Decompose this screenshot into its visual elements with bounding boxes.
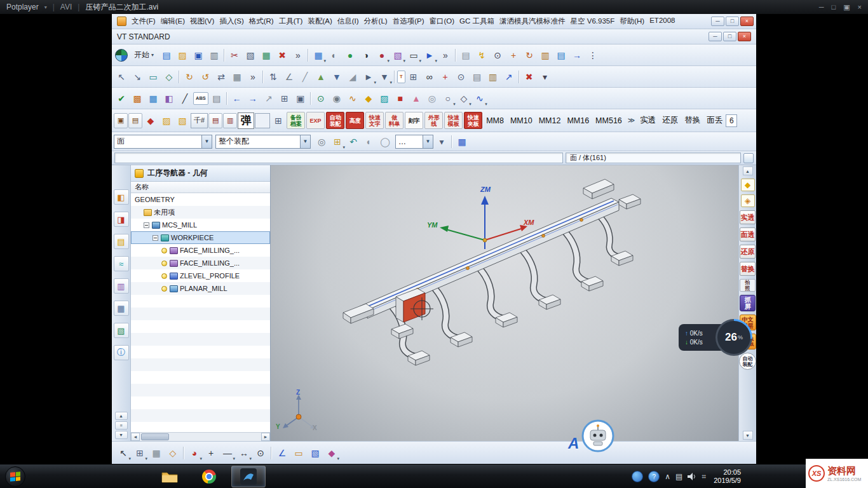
pattern-icon[interactable]: ▦: [229, 69, 245, 85]
volume-icon[interactable]: [688, 473, 696, 480]
chevron-down-icon[interactable]: ▼: [300, 135, 310, 148]
bom-button[interactable]: 做料单: [385, 112, 403, 129]
spline-icon[interactable]: ∿▾: [472, 91, 487, 106]
count-box[interactable]: 6: [726, 114, 737, 127]
document-window-button[interactable]: ×: [738, 32, 751, 41]
titlebar-window-button[interactable]: ×: [858, 3, 862, 11]
open-file-icon[interactable]: ▨: [175, 48, 190, 63]
solid-transparent-button[interactable]: 实透: [740, 210, 756, 224]
scrollbar-thumb[interactable]: [141, 433, 169, 440]
material-icon[interactable]: ●▾: [374, 48, 390, 63]
sheet-icon[interactable]: ▤: [458, 48, 473, 63]
box-tool-icon[interactable]: ▭: [291, 445, 306, 461]
add-icon[interactable]: +: [438, 69, 453, 85]
back-arrow-icon[interactable]: ←: [229, 91, 245, 106]
red-cube-icon[interactable]: ■: [393, 91, 408, 106]
tree-item--[interactable]: 未用项: [131, 206, 270, 219]
shaded-view-icon[interactable]: ◐: [327, 48, 342, 63]
view-arrow-icon[interactable]: ►▾: [422, 48, 437, 63]
snap-target-icon[interactable]: ↘: [130, 69, 145, 85]
menu-item[interactable]: 插入(S): [217, 16, 246, 27]
document-window-button[interactable]: ─: [709, 32, 722, 41]
snap-point-icon[interactable]: ⊞▾: [132, 445, 147, 461]
nx-window-button[interactable]: □: [726, 17, 739, 26]
menu-item[interactable]: 帮助(H): [617, 16, 647, 27]
column-header-name[interactable]: 名称: [131, 182, 270, 193]
assistant-widget[interactable]: A: [568, 418, 615, 452]
gear-icon[interactable]: ◎: [314, 134, 329, 149]
go-arrow-icon[interactable]: →: [569, 48, 585, 63]
engrave-button[interactable]: 刻字: [405, 112, 423, 129]
tree-item-geometry[interactable]: GEOMETRY: [131, 193, 270, 206]
up-arrow-icon[interactable]: ↗: [261, 91, 276, 106]
view-toggle-button[interactable]: 面丢: [704, 113, 725, 128]
jump-icon[interactable]: ↗: [501, 69, 517, 85]
tree-item-face-milling-[interactable]: FACE_MILLING_...: [131, 257, 270, 269]
copy-icon[interactable]: ▧: [243, 48, 258, 63]
poly-menu-icon[interactable]: ◇▾: [456, 91, 471, 106]
tree-item-zlevel-profile[interactable]: ZLEVEL_PROFILE: [131, 269, 270, 282]
cube-view-icon[interactable]: ▧▾: [390, 48, 405, 63]
undo-curve-icon[interactable]: ↶: [346, 134, 361, 149]
view-toggle-button[interactable]: 还原: [660, 113, 681, 128]
more-dots-icon[interactable]: ⋮: [585, 48, 600, 63]
update-template-icon[interactable]: ▤: [208, 113, 222, 128]
column-icon[interactable]: ▣: [293, 91, 308, 106]
rotate-cw-icon[interactable]: ↻: [182, 69, 197, 85]
overflow-chevron[interactable]: ≫: [626, 116, 637, 125]
tan-button[interactable]: 弹: [238, 112, 254, 129]
search-icon[interactable]: [632, 471, 643, 482]
save-icon[interactable]: ▣: [191, 48, 206, 63]
tree-item-mcs-mill[interactable]: MCS_MILL: [131, 219, 270, 231]
view-toggle-button[interactable]: 实透: [637, 113, 658, 128]
input-method-icon[interactable]: ⌗: [702, 472, 706, 481]
mm-size-button[interactable]: MM12: [536, 113, 564, 128]
red-gem-icon[interactable]: ◆: [143, 113, 158, 128]
wedge-icon[interactable]: ◆: [361, 91, 376, 106]
style-box-icon[interactable]: ▭▾: [406, 48, 421, 63]
paste-icon[interactable]: ▦: [259, 48, 274, 63]
face-transparent-button[interactable]: 面透: [740, 227, 756, 241]
blue-cube-icon[interactable]: ▦: [454, 134, 470, 149]
refresh-icon[interactable]: ↻: [522, 48, 537, 63]
text-tool-icon[interactable]: T: [397, 71, 405, 83]
gem-icon[interactable]: ◇: [161, 69, 177, 85]
move-tool-icon[interactable]: ↔▾: [236, 445, 252, 461]
app-menu-caret-icon[interactable]: ▾: [44, 4, 47, 10]
wire-ball-icon[interactable]: ◯: [377, 134, 393, 149]
pinwheel-icon[interactable]: ◆▾: [324, 445, 339, 461]
shaded-ball-icon[interactable]: ◐: [362, 134, 377, 149]
menu-item[interactable]: 潇洒模具汽模标准件: [497, 16, 568, 27]
hd3d-tool-icon[interactable]: ▥: [114, 278, 129, 294]
window-icon[interactable]: ⊞: [277, 91, 292, 106]
restore-button[interactable]: 还原: [740, 245, 756, 259]
menu-item[interactable]: GC 工具箱: [457, 16, 497, 27]
drop-menu-icon[interactable]: ▼▾: [377, 69, 392, 85]
assembly-navigator-icon[interactable]: ◨: [114, 212, 129, 227]
reuse-library-icon[interactable]: ≈: [114, 256, 129, 271]
display-mode-icon[interactable]: ▦▾: [311, 48, 326, 63]
nx-taskbar-button[interactable]: [231, 466, 266, 487]
sphere-icon[interactable]: ⊙: [313, 91, 329, 106]
overflow-chevron[interactable]: »: [438, 48, 453, 63]
moldbase-icon[interactable]: ▤: [128, 113, 142, 128]
overflow-chevron[interactable]: »: [245, 69, 261, 85]
select-filter-icon[interactable]: ↖▾: [116, 445, 131, 461]
menu-item[interactable]: 信息(I): [335, 16, 362, 27]
view-toggle-button[interactable]: 替换: [682, 113, 703, 128]
folder-gold2-icon[interactable]: ▧: [175, 113, 190, 128]
graphics-viewport[interactable]: ZM YM XM Z Y X: [271, 165, 738, 441]
height-button[interactable]: 高度: [346, 112, 364, 129]
menu-item[interactable]: 窗口(O): [426, 16, 457, 27]
strip-up-icon[interactable]: ▲: [115, 412, 128, 420]
progress-circle[interactable]: 26 %: [715, 319, 752, 356]
status-notes-icon[interactable]: [743, 153, 754, 163]
display-tray-icon[interactable]: ▤: [675, 472, 682, 481]
slash-icon[interactable]: ╱: [297, 69, 313, 85]
measure-icon[interactable]: ∠: [275, 445, 290, 461]
menu-item[interactable]: 视图(V): [187, 16, 217, 27]
navigator-hscrollbar[interactable]: ◄ ►: [131, 432, 270, 441]
copy-face-icon[interactable]: ⊞: [271, 113, 286, 128]
photo-button[interactable]: 拍照: [740, 279, 756, 292]
chrome-taskbar-button[interactable]: [192, 466, 226, 487]
